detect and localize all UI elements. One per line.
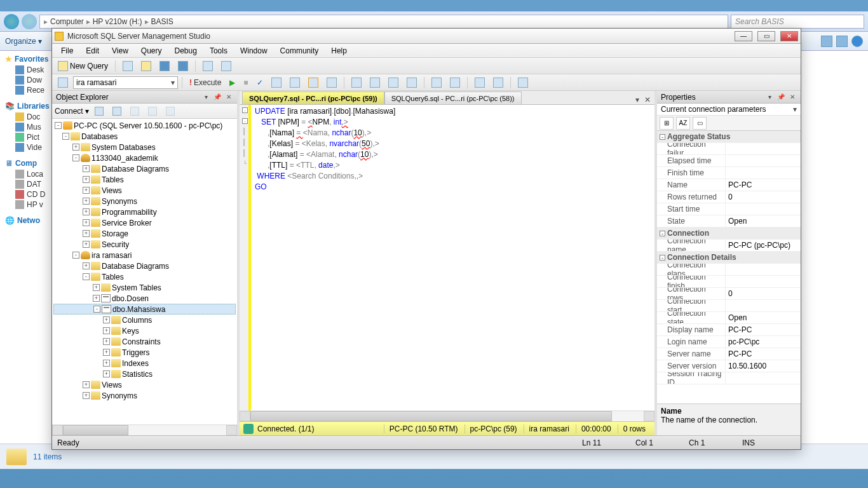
- menu-window[interactable]: Window: [235, 45, 273, 57]
- prop-row[interactable]: Connection rows0: [657, 288, 801, 300]
- stop-icon[interactable]: ■: [240, 76, 251, 89]
- oe-dropdown-icon[interactable]: ▾: [201, 93, 210, 102]
- tree-node[interactable]: +Security: [53, 239, 236, 250]
- props-dropdown-icon[interactable]: ▾: [765, 93, 774, 102]
- menu-community[interactable]: Community: [275, 45, 324, 57]
- results-text-icon[interactable]: [287, 76, 303, 89]
- prop-row[interactable]: Login namepc-PC\pc: [657, 336, 801, 348]
- indent-dec-icon[interactable]: [490, 76, 506, 89]
- prop-category[interactable]: -Aggregate Status: [657, 131, 801, 143]
- object-explorer-tree[interactable]: -PC-PC (SQL Server 10.50.1600 - pc-PC\pc…: [52, 119, 237, 424]
- debug-icon[interactable]: ▶: [226, 76, 238, 89]
- tab-sqlquery7[interactable]: SQLQuery7.sql - PC...ri (pc-PC\pc (59)): [242, 92, 384, 104]
- new-file-icon[interactable]: [119, 60, 136, 72]
- tree-node[interactable]: +Database Diagrams: [53, 163, 236, 174]
- code-content[interactable]: UPDATE [ira ramasari].[dbo].[Mahasiswa] …: [251, 105, 399, 410]
- props-pages-icon[interactable]: ▭: [693, 117, 707, 130]
- oe-filter2-icon[interactable]: [145, 105, 160, 118]
- prop-row[interactable]: Connection elaps: [657, 264, 801, 276]
- change-conn-icon[interactable]: [55, 76, 71, 89]
- prop-row[interactable]: Connection start: [657, 300, 801, 312]
- tree-node[interactable]: +Storage: [53, 228, 236, 239]
- comment-icon[interactable]: [348, 76, 365, 89]
- tree-node[interactable]: +Statistics: [53, 369, 236, 379]
- save-all-icon[interactable]: [175, 60, 191, 72]
- plan-icon[interactable]: [268, 76, 285, 89]
- oe-pin-icon[interactable]: 📌: [213, 93, 222, 102]
- more-icon[interactable]: [447, 76, 463, 89]
- ssms-close[interactable]: ✕: [780, 31, 798, 41]
- spec-values-icon[interactable]: [428, 76, 445, 89]
- sql-editor[interactable]: - - | | | └ UPDATE [ira ramasari].[dbo].…: [240, 105, 654, 410]
- help-icon[interactable]: [851, 36, 863, 47]
- tree-node[interactable]: +Views: [53, 185, 236, 196]
- breadcrumb[interactable]: ▸ Computer▸ HP v210w (H:)▸ BASIS: [39, 15, 728, 29]
- prop-row[interactable]: Rows returned0: [657, 191, 801, 203]
- prop-row[interactable]: Server version10.50.1600: [657, 360, 801, 372]
- props-subtitle[interactable]: Current connection parameters▾: [657, 104, 801, 116]
- open-file-icon[interactable]: [138, 60, 154, 72]
- tree-node[interactable]: +Indexes: [53, 358, 236, 369]
- save-icon[interactable]: [156, 60, 173, 72]
- outdent-icon[interactable]: [403, 76, 420, 89]
- crumb-drive[interactable]: HP v210w (H:): [93, 17, 142, 26]
- menu-edit[interactable]: Edit: [81, 45, 104, 57]
- prop-row[interactable]: Connection stateOpen: [657, 312, 801, 324]
- oe-refresh-icon[interactable]: [92, 105, 107, 118]
- activity-icon[interactable]: [200, 60, 216, 72]
- props-grid[interactable]: -Aggregate StatusConnection failurElapse…: [657, 131, 801, 403]
- preview-icon[interactable]: [836, 36, 848, 47]
- props-categorized-icon[interactable]: ⊞: [660, 117, 674, 130]
- ssms-titlebar[interactable]: Microsoft SQL Server Management Studio —…: [52, 29, 801, 44]
- prop-row[interactable]: Start time: [657, 203, 801, 215]
- prop-row[interactable]: Session Tracing ID: [657, 372, 801, 384]
- prop-row[interactable]: Display namePC-PC: [657, 324, 801, 336]
- prop-row[interactable]: Connection namePC-PC (pc-PC\pc): [657, 240, 801, 252]
- uncomment-icon[interactable]: [367, 76, 383, 89]
- menu-help[interactable]: Help: [326, 45, 352, 57]
- database-selector[interactable]: ira ramasari▾: [73, 76, 178, 89]
- tree-node[interactable]: +Tables: [53, 174, 236, 185]
- ssms-maximize[interactable]: ▭: [757, 31, 775, 41]
- menu-query[interactable]: Query: [136, 45, 167, 57]
- connect-button[interactable]: Connect ▾: [55, 107, 89, 116]
- indent-inc-icon[interactable]: [471, 76, 488, 89]
- parse-icon[interactable]: ✓: [254, 76, 266, 89]
- tree-node[interactable]: +Triggers: [53, 347, 236, 358]
- oe-filter-icon[interactable]: [109, 105, 125, 118]
- tab-overflow-icon[interactable]: ▾: [633, 95, 642, 104]
- prop-row[interactable]: StateOpen: [657, 215, 801, 227]
- tab-close-icon[interactable]: ✕: [643, 95, 652, 104]
- tree-node[interactable]: -ira ramasari: [53, 250, 236, 261]
- tree-server[interactable]: -PC-PC (SQL Server 10.50.1600 - pc-PC\pc…: [53, 120, 236, 131]
- tree-node[interactable]: +Synonyms: [53, 196, 236, 207]
- prop-row[interactable]: Server namePC-PC: [657, 348, 801, 360]
- oe-close-icon[interactable]: ✕: [224, 93, 233, 102]
- crumb-folder[interactable]: BASIS: [151, 17, 173, 26]
- oe-search-icon[interactable]: [163, 105, 178, 118]
- tree-node[interactable]: +Views: [53, 379, 236, 390]
- tree-node[interactable]: +System Tables: [53, 282, 236, 293]
- tab-sqlquery6[interactable]: SQLQuery6.sql - PC...ri (pc-PC\pc (58)): [384, 92, 522, 104]
- view-icon[interactable]: [821, 36, 832, 47]
- tree-node[interactable]: -Tables: [53, 271, 236, 282]
- tree-node[interactable]: -1133040_akademik: [53, 152, 236, 163]
- tree-node[interactable]: +Keys: [53, 325, 236, 336]
- tree-node[interactable]: +Constraints: [53, 336, 236, 347]
- prop-row[interactable]: NamePC-PC: [657, 179, 801, 191]
- menu-view[interactable]: View: [107, 45, 133, 57]
- prop-row[interactable]: Finish time: [657, 167, 801, 179]
- props-close-icon[interactable]: ✕: [788, 93, 797, 102]
- prop-category[interactable]: -Connection: [657, 227, 801, 240]
- editor-scrollbar[interactable]: [240, 410, 654, 421]
- new-query-button[interactable]: New Query: [55, 60, 111, 72]
- tree-node[interactable]: +Database Diagrams: [53, 261, 236, 271]
- tree-node[interactable]: +dbo.Dosen: [53, 293, 236, 304]
- prop-row[interactable]: Connection finish: [657, 276, 801, 288]
- search-input[interactable]: Search BASIS: [731, 15, 864, 29]
- prop-row[interactable]: Elapsed time: [657, 155, 801, 167]
- tree-node[interactable]: -Databases: [53, 131, 236, 142]
- prop-category[interactable]: -Connection Details: [657, 252, 801, 264]
- tree-node[interactable]: -dbo.Mahasiswa: [53, 304, 236, 315]
- tree-node[interactable]: +Programmability: [53, 207, 236, 217]
